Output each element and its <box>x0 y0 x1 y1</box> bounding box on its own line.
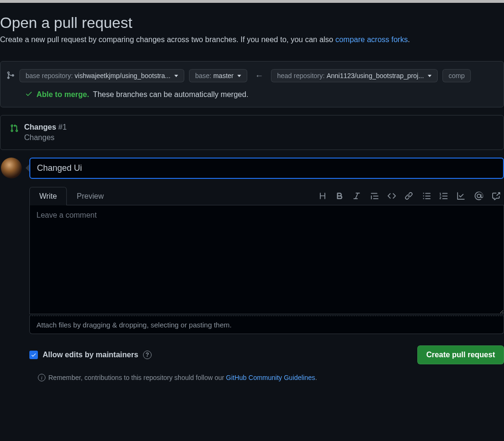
quote-icon[interactable] <box>370 192 379 200</box>
merge-able-text: Able to merge. <box>36 90 89 99</box>
md-toolbar <box>318 192 504 200</box>
base-repo-label: base repository: <box>26 72 73 79</box>
base-repo-value: vishwajeetkjmp/using_bootstra... <box>75 72 171 79</box>
subtitle-text: Create a new pull request by comparing c… <box>0 35 335 44</box>
ordered-list-icon[interactable] <box>440 192 448 200</box>
guidelines-notice: i Remember, contributions to this reposi… <box>38 374 504 381</box>
form-footer: Allow edits by maintainers ? Create pull… <box>29 345 504 364</box>
subtitle-post: . <box>408 35 410 44</box>
page-subtitle: Create a new pull request by comparing c… <box>0 35 504 44</box>
base-branch-select[interactable]: base: master <box>189 69 247 82</box>
italic-icon[interactable] <box>352 192 361 200</box>
branch-compare-box: base repository: vishwajeetkjmp/using_bo… <box>0 61 504 107</box>
pr-number: #1 <box>58 123 67 131</box>
tasklist-icon[interactable] <box>457 192 465 200</box>
tab-preview[interactable]: Preview <box>67 187 114 205</box>
base-branch-value: master <box>213 72 234 79</box>
guidelines-link[interactable]: GitHub Community Guidelines <box>226 374 315 381</box>
arrow-left-icon: ← <box>252 71 266 81</box>
compare-forks-link[interactable]: compare across forks <box>335 35 408 44</box>
check-icon <box>25 90 33 99</box>
comment-form: Write Preview <box>29 158 504 364</box>
compare-icon <box>6 71 15 81</box>
mention-icon[interactable] <box>475 192 483 200</box>
page-title: Open a pull request <box>0 14 504 32</box>
tab-write[interactable]: Write <box>29 187 67 205</box>
help-icon[interactable]: ? <box>143 351 152 359</box>
allow-edits-checkbox[interactable] <box>29 351 38 359</box>
head-repo-value: Anni1123/using_bootstrap_proj... <box>326 72 423 79</box>
base-repository-select[interactable]: base repository: vishwajeetkjmp/using_bo… <box>19 69 184 82</box>
caret-down-icon <box>428 75 432 77</box>
allow-edits-label: Allow edits by maintainers <box>43 351 138 359</box>
tabs: Write Preview <box>29 186 114 205</box>
tabs-row: Write Preview <box>29 186 504 205</box>
pr-subtitle: Changes <box>24 133 67 142</box>
merge-status: Able to merge. These branches can be aut… <box>25 90 498 99</box>
branch-row: base repository: vishwajeetkjmp/using_bo… <box>6 69 498 82</box>
caret-down-icon <box>237 75 241 77</box>
create-pull-request-button[interactable]: Create pull request <box>417 345 504 364</box>
compare-label: comp <box>449 72 465 79</box>
heading-icon[interactable] <box>318 192 327 200</box>
guidelines-pre: Remember, contributions to this reposito… <box>48 374 226 381</box>
info-icon: i <box>38 374 45 381</box>
comment-textarea[interactable] <box>29 205 504 314</box>
caret-down-icon <box>174 75 178 77</box>
code-icon[interactable] <box>387 192 396 200</box>
guidelines-post: . <box>315 374 317 381</box>
pr-info: Changes #1 Changes <box>24 123 67 142</box>
cross-reference-icon[interactable] <box>492 192 500 200</box>
pr-title-input[interactable] <box>29 158 504 179</box>
base-branch-label: base: <box>195 72 211 79</box>
link-icon[interactable] <box>405 192 413 200</box>
avatar[interactable] <box>1 158 22 178</box>
merge-detail-text: These branches can be automatically merg… <box>93 90 248 99</box>
page-header: Open a pull request Create a new pull re… <box>0 3 504 53</box>
pr-title-text: Changes <box>24 123 56 131</box>
head-repo-label: head repository: <box>277 72 324 79</box>
head-repository-select[interactable]: head repository: Anni1123/using_bootstra… <box>271 69 438 82</box>
unordered-list-icon[interactable] <box>423 192 431 200</box>
existing-pr-box[interactable]: Changes #1 Changes <box>0 115 504 150</box>
pr-title: Changes #1 <box>24 123 67 132</box>
attach-files-hint[interactable]: Attach files by dragging & dropping, sel… <box>29 316 504 334</box>
allow-edits-row: Allow edits by maintainers ? <box>29 351 152 359</box>
bold-icon[interactable] <box>335 192 344 200</box>
pull-request-icon <box>10 124 18 134</box>
compare-branch-select[interactable]: comp <box>442 69 471 82</box>
comment-area: Write Preview <box>0 158 504 364</box>
